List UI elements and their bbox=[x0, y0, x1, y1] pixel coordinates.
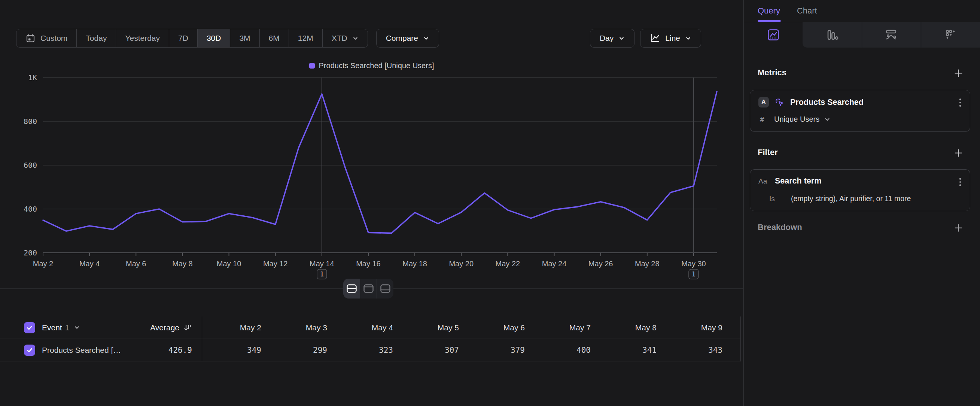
chart-type-label: Line bbox=[665, 34, 680, 43]
chevron-down-icon bbox=[352, 35, 359, 41]
x-axis-label: May 14 bbox=[310, 260, 334, 268]
add-breakdown-button[interactable] bbox=[953, 223, 964, 233]
view-toggle-split-view[interactable] bbox=[343, 279, 360, 299]
x-axis-label: May 16 bbox=[356, 260, 381, 268]
bar-chart-icon bbox=[826, 28, 839, 41]
add-metric-button[interactable] bbox=[953, 68, 964, 78]
chart-type-tab-line[interactable] bbox=[744, 22, 803, 48]
x-axis-label: May 24 bbox=[542, 260, 567, 268]
x-axis-label: May 18 bbox=[402, 260, 427, 268]
range-button-yesterday[interactable]: Yesterday bbox=[116, 29, 169, 47]
compare-label: Compare bbox=[386, 34, 418, 43]
metrics-heading: Metrics bbox=[758, 68, 786, 78]
range-label: Yesterday bbox=[125, 34, 160, 43]
date-range-group: CustomTodayYesterday7D30D3M6M12MXTD bbox=[16, 29, 368, 48]
compare-button[interactable]: Compare bbox=[376, 29, 439, 48]
date-column-header: May 3 bbox=[262, 323, 328, 332]
event-count: 1 bbox=[65, 323, 70, 332]
toolbar-right-group: Day Line bbox=[590, 29, 701, 48]
metric-card[interactable]: A Products Searched # Unique Users bbox=[750, 90, 970, 132]
view-toggle-chart-only[interactable] bbox=[360, 279, 377, 299]
filter-heading: Filter bbox=[758, 148, 778, 157]
date-column-header: May 5 bbox=[394, 323, 460, 332]
range-button-xtd[interactable]: XTD bbox=[322, 29, 368, 47]
x-axis-label: May 20 bbox=[449, 260, 474, 268]
metric-letter-badge: A bbox=[758, 97, 769, 107]
sidebar-tabs: Query Chart bbox=[744, 0, 980, 22]
check-icon bbox=[26, 346, 33, 354]
measure-label: Unique Users bbox=[774, 115, 819, 124]
series-line bbox=[43, 91, 717, 233]
metric-measure-row[interactable]: # Unique Users bbox=[760, 115, 955, 124]
flow-chart-icon bbox=[885, 28, 898, 41]
row-average-value: 426.9 bbox=[169, 346, 192, 355]
range-button-12m[interactable]: 12M bbox=[289, 29, 322, 47]
range-button-30d[interactable]: 30D bbox=[197, 29, 230, 47]
string-property-icon: Aa bbox=[758, 177, 772, 185]
breakdown-heading: Breakdown bbox=[758, 223, 802, 232]
metric-row: A Products Searched bbox=[758, 97, 947, 107]
tab-chart[interactable]: Chart bbox=[797, 6, 817, 16]
range-button-6m[interactable]: 6M bbox=[259, 29, 289, 47]
x-axis-label: May 28 bbox=[635, 260, 660, 268]
check-icon bbox=[26, 324, 33, 331]
annotation-badge-label: 1 bbox=[692, 271, 695, 278]
date-header-cells: May 2May 3May 4May 5May 6May 7May 8May 9 bbox=[202, 317, 723, 339]
range-label: 30D bbox=[207, 34, 221, 43]
date-cell-value: 400 bbox=[525, 346, 592, 355]
event-row-cell: Products Searched [Unique Users] bbox=[0, 345, 124, 356]
results-table: Event 1 Average May 2May 3May 4May 5May … bbox=[0, 317, 741, 361]
filter-menu-button[interactable] bbox=[959, 178, 961, 186]
date-column-header: May 6 bbox=[460, 323, 525, 332]
row-name: Products Searched [Unique Users] bbox=[42, 346, 122, 355]
range-button-today[interactable]: Today bbox=[76, 29, 116, 47]
date-column-header: May 4 bbox=[328, 323, 394, 332]
filter-card[interactable]: Aa Search term Is (empty string), Air pu… bbox=[750, 169, 970, 211]
filter-condition-row[interactable]: Is (empty string), Air purifier, or 11 m… bbox=[769, 194, 955, 203]
sort-descending-icon bbox=[183, 323, 192, 332]
select-all-checkbox[interactable] bbox=[24, 322, 35, 333]
date-cell-value: 379 bbox=[460, 346, 525, 355]
line-chart-box-icon bbox=[767, 28, 780, 41]
date-cell-value: 341 bbox=[592, 346, 657, 355]
range-button-custom[interactable]: Custom bbox=[16, 29, 76, 47]
range-button-3m[interactable]: 3M bbox=[230, 29, 259, 47]
x-axis-label: May 26 bbox=[589, 260, 613, 268]
chart-type-tab-more[interactable] bbox=[921, 22, 980, 48]
chart-type-button[interactable]: Line bbox=[640, 29, 701, 48]
interval-button[interactable]: Day bbox=[590, 29, 635, 48]
average-header-cell[interactable]: Average bbox=[124, 323, 202, 332]
interval-label: Day bbox=[600, 34, 614, 43]
metric-menu-button[interactable] bbox=[959, 99, 961, 107]
date-cell-value: 349 bbox=[202, 346, 262, 355]
add-filter-button[interactable] bbox=[953, 148, 964, 158]
hash-icon: # bbox=[760, 115, 774, 124]
range-label: 7D bbox=[178, 34, 188, 43]
main-content: CustomTodayYesterday7D30D3M6M12MXTD Comp… bbox=[0, 0, 743, 406]
chart-type-tab-bar[interactable] bbox=[803, 22, 861, 48]
date-cell-value: 307 bbox=[394, 346, 460, 355]
chevron-down-icon bbox=[423, 35, 430, 41]
event-header-cell[interactable]: Event 1 bbox=[0, 322, 124, 333]
chevron-down-icon bbox=[685, 35, 691, 41]
line-chart: 2004006008001KMay 2May 4May 6May 8May 10… bbox=[0, 73, 743, 290]
chart-only-icon bbox=[363, 283, 374, 294]
chart-type-tab-flow[interactable] bbox=[862, 22, 921, 48]
chevron-down-icon bbox=[824, 116, 830, 123]
date-column-header: May 2 bbox=[202, 323, 262, 332]
date-cell-value: 323 bbox=[328, 346, 394, 355]
date-cell-value: 299 bbox=[262, 346, 328, 355]
annotation-badge-label: 1 bbox=[320, 271, 324, 278]
view-toggle-table-only[interactable] bbox=[377, 279, 393, 299]
x-axis-label: May 8 bbox=[172, 260, 192, 268]
row-checkbox[interactable] bbox=[24, 345, 35, 356]
y-axis-label: 600 bbox=[24, 161, 37, 170]
table-row: Products Searched [Unique Users] 426.9 3… bbox=[0, 339, 740, 361]
range-label: Today bbox=[86, 34, 107, 43]
tab-query[interactable]: Query bbox=[758, 6, 780, 16]
range-button-7d[interactable]: 7D bbox=[169, 29, 197, 47]
chart-legend[interactable]: Products Searched [Unique Users] bbox=[0, 61, 743, 70]
range-label: 6M bbox=[269, 34, 280, 43]
x-axis-label: May 22 bbox=[496, 260, 520, 268]
range-label: XTD bbox=[332, 34, 347, 43]
